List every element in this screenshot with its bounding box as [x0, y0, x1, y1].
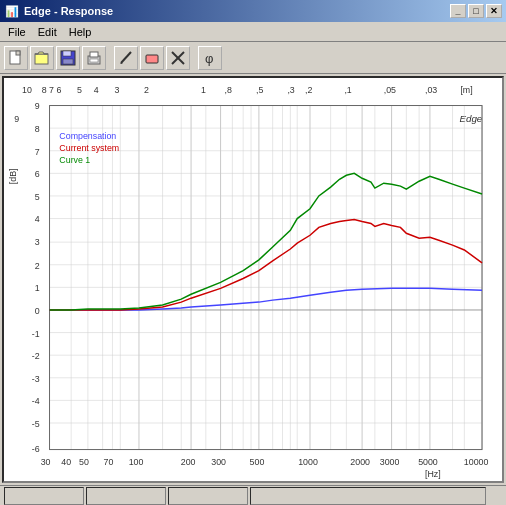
svg-text:[Hz]: [Hz] — [425, 469, 441, 479]
svg-rect-5 — [63, 51, 71, 56]
minimize-button[interactable]: _ — [450, 4, 466, 18]
svg-rect-8 — [90, 52, 98, 57]
svg-text:Compensation: Compensation — [59, 131, 116, 141]
svg-text:9: 9 — [35, 101, 40, 111]
svg-text:50: 50 — [79, 457, 89, 467]
svg-text:40: 40 — [61, 457, 71, 467]
main-content: 10 8 7 6 5 4 3 2 1 ,8 ,5 ,3 ,2 ,1 ,05 ,0… — [0, 74, 506, 485]
svg-rect-1 — [16, 51, 20, 55]
svg-text:-2: -2 — [32, 351, 40, 361]
svg-text:10: 10 — [22, 85, 32, 95]
svg-rect-6 — [63, 59, 73, 64]
svg-text:-5: -5 — [32, 419, 40, 429]
toolbar: φ — [0, 42, 506, 74]
svg-text:,5: ,5 — [256, 85, 263, 95]
svg-text:,3: ,3 — [287, 85, 294, 95]
phi-button[interactable]: φ — [198, 46, 222, 70]
svg-text:Current system: Current system — [59, 143, 119, 153]
svg-text:,8: ,8 — [224, 85, 231, 95]
status-panel-1 — [4, 487, 84, 505]
erase-button[interactable] — [140, 46, 164, 70]
svg-text:5000: 5000 — [418, 457, 438, 467]
svg-text:,1: ,1 — [344, 85, 351, 95]
svg-marker-3 — [35, 52, 48, 54]
status-panel-4 — [250, 487, 486, 505]
new-button[interactable] — [4, 46, 28, 70]
svg-text:200: 200 — [181, 457, 196, 467]
svg-text:8 7 6: 8 7 6 — [42, 85, 62, 95]
print-button[interactable] — [82, 46, 106, 70]
svg-line-10 — [121, 52, 131, 63]
svg-text:[dB]: [dB] — [8, 168, 18, 184]
maximize-button[interactable]: □ — [468, 4, 484, 18]
svg-text:4: 4 — [94, 85, 99, 95]
svg-text:-3: -3 — [32, 374, 40, 384]
close-button[interactable]: ✕ — [486, 4, 502, 18]
svg-text:Edge: Edge — [459, 113, 482, 124]
svg-text:10000: 10000 — [464, 457, 489, 467]
svg-text:3: 3 — [35, 237, 40, 247]
menu-bar: File Edit Help — [0, 22, 506, 42]
svg-text:Curve 1: Curve 1 — [59, 155, 90, 165]
svg-text:4: 4 — [35, 214, 40, 224]
svg-text:100: 100 — [129, 457, 144, 467]
svg-rect-2 — [35, 54, 48, 64]
svg-text:500: 500 — [250, 457, 265, 467]
svg-text:1: 1 — [201, 85, 206, 95]
status-panel-2 — [86, 487, 166, 505]
svg-text:3: 3 — [114, 85, 119, 95]
svg-text:30: 30 — [41, 457, 51, 467]
pen-button[interactable] — [114, 46, 138, 70]
title-bar: 📊 Edge - Response _ □ ✕ — [0, 0, 506, 22]
svg-text:φ: φ — [205, 51, 213, 66]
menu-file[interactable]: File — [2, 24, 32, 40]
svg-text:5: 5 — [35, 192, 40, 202]
svg-text:2000: 2000 — [350, 457, 370, 467]
window-title: Edge - Response — [24, 5, 113, 17]
svg-text:1000: 1000 — [298, 457, 318, 467]
svg-text:3000: 3000 — [380, 457, 400, 467]
svg-text:300: 300 — [211, 457, 226, 467]
svg-text:,2: ,2 — [305, 85, 312, 95]
svg-text:1: 1 — [35, 283, 40, 293]
status-panel-3 — [168, 487, 248, 505]
menu-help[interactable]: Help — [63, 24, 98, 40]
svg-text:-4: -4 — [32, 396, 40, 406]
cross-button[interactable] — [166, 46, 190, 70]
svg-rect-9 — [90, 59, 98, 62]
svg-text:0: 0 — [35, 306, 40, 316]
app-icon: 📊 — [4, 3, 20, 19]
menu-edit[interactable]: Edit — [32, 24, 63, 40]
svg-text:-6: -6 — [32, 444, 40, 454]
save-button[interactable] — [56, 46, 80, 70]
svg-text:,03: ,03 — [425, 85, 437, 95]
status-bar — [0, 485, 506, 505]
svg-text:7: 7 — [35, 147, 40, 157]
svg-text:2: 2 — [35, 261, 40, 271]
chart-area: 10 8 7 6 5 4 3 2 1 ,8 ,5 ,3 ,2 ,1 ,05 ,0… — [2, 76, 504, 483]
svg-text:[m]: [m] — [460, 85, 472, 95]
svg-text:-1: -1 — [32, 329, 40, 339]
svg-text:70: 70 — [104, 457, 114, 467]
svg-text:,05: ,05 — [384, 85, 396, 95]
open-button[interactable] — [30, 46, 54, 70]
svg-text:9: 9 — [14, 114, 19, 124]
svg-text:8: 8 — [35, 124, 40, 134]
svg-text:2: 2 — [144, 85, 149, 95]
svg-text:6: 6 — [35, 169, 40, 179]
window-controls: _ □ ✕ — [450, 4, 502, 18]
svg-rect-12 — [146, 55, 158, 63]
svg-text:5: 5 — [77, 85, 82, 95]
